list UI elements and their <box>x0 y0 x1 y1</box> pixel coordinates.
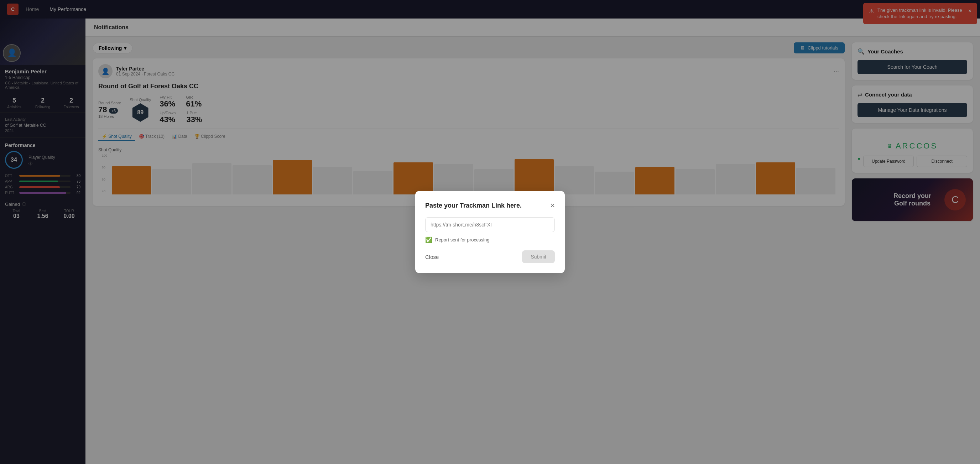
success-check-icon: ✅ <box>425 237 432 243</box>
modal-overlay: Paste your Trackman Link here. × ✅ Repor… <box>0 0 980 464</box>
trackman-modal: Paste your Trackman Link here. × ✅ Repor… <box>415 191 565 273</box>
modal-title: Paste your Trackman Link here. <box>425 202 522 210</box>
modal-footer: Close Submit <box>425 250 555 263</box>
modal-close-x-button[interactable]: × <box>550 201 555 210</box>
modal-header: Paste your Trackman Link here. × <box>425 201 555 210</box>
modal-success-message: ✅ Report sent for processing <box>425 237 555 243</box>
modal-close-button[interactable]: Close <box>425 254 439 260</box>
trackman-link-input[interactable] <box>425 217 555 232</box>
modal-submit-button[interactable]: Submit <box>522 250 555 263</box>
